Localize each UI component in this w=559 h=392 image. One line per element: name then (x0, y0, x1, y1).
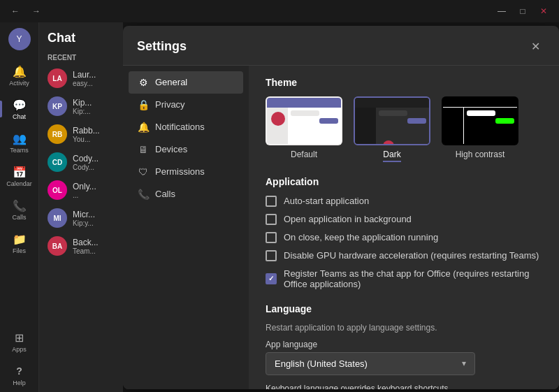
checkbox-box-disable-gpu[interactable] (266, 250, 277, 261)
application-section: Auto-start application Open application … (266, 196, 542, 289)
contact-info: Kip... Kip:... (73, 98, 123, 115)
settings-nav-general[interactable]: ⚙ General (129, 71, 243, 94)
maximize-button[interactable]: □ (513, 3, 532, 20)
contact-info: Micr... Kip:y... (73, 210, 123, 227)
help-label: Help (13, 379, 26, 386)
avatar: CD (48, 152, 67, 172)
settings-modal: Settings ✕ ⚙ General 🔒 Privac (123, 26, 559, 389)
apps-label: Apps (12, 346, 27, 353)
avatar: MI (48, 208, 67, 228)
sidebar-item-help[interactable]: ? Help (0, 358, 38, 392)
main-layout: Y 🔔 Activity 💬 Chat 👥 Teams 📅 Calendar 📞… (0, 22, 559, 392)
minimize-button[interactable]: — (492, 3, 511, 20)
application-section-title: Application (266, 176, 542, 187)
list-item[interactable]: KP Kip... Kip:... (39, 92, 123, 120)
list-item[interactable]: LA Laur... easy... (39, 64, 123, 92)
checkbox-register-teams[interactable]: Register Teams as the chat app for Offic… (266, 268, 542, 289)
files-label: Files (13, 247, 26, 254)
teams-label: Teams (10, 147, 29, 154)
activity-label: Activity (9, 80, 29, 87)
calendar-icon: 📅 (13, 165, 27, 179)
list-item[interactable]: OL Only... ... (39, 176, 123, 204)
user-avatar[interactable]: Y (8, 28, 31, 50)
list-item[interactable]: RB Rabb... You... (39, 120, 123, 148)
contact-info: Cody... Cody... (73, 154, 123, 171)
sidebar-item-calendar[interactable]: 📅 Calendar (0, 159, 38, 193)
chat-icon: 💬 (13, 98, 27, 112)
theme-preview-default (266, 96, 342, 145)
theme-label-dark: Dark (383, 150, 400, 162)
settings-content: Theme (249, 66, 559, 389)
checkbox-label-autostart: Auto-start application (284, 196, 369, 206)
calls-icon: 📞 (13, 198, 27, 212)
files-icon: 📁 (13, 232, 27, 246)
permissions-label: Permissions (155, 166, 205, 177)
notifications-icon: 🔔 (137, 122, 150, 133)
sidebar-item-activity[interactable]: 🔔 Activity (0, 59, 38, 92)
modal-title: Settings (137, 39, 187, 54)
privacy-label: Privacy (155, 99, 185, 110)
checkbox-box-register-teams[interactable] (266, 273, 277, 284)
modal-header: Settings ✕ (123, 26, 559, 66)
avatar: RB (48, 124, 67, 144)
checkbox-box-autostart[interactable] (266, 196, 277, 207)
window-close-button[interactable]: ✕ (534, 3, 553, 20)
devices-icon: 🖥 (137, 144, 150, 155)
left-nav: Y 🔔 Activity 💬 Chat 👥 Teams 📅 Calendar 📞… (0, 22, 39, 392)
language-description: Restart application to apply language se… (266, 323, 542, 333)
help-icon: ? (13, 364, 27, 378)
theme-options: Default (266, 96, 542, 162)
contact-info: Back... Team... (73, 238, 123, 255)
settings-nav-permissions[interactable]: 🛡 Permissions (129, 161, 243, 183)
checkbox-keep-running[interactable]: On close, keep the application running (266, 232, 542, 243)
main-content: 📞 🎥 ⋯ ⤢ wden now sToo at DT → Settin (123, 22, 559, 392)
sidebar-item-calls[interactable]: 📞 Calls (0, 193, 38, 226)
checkbox-disable-gpu[interactable]: Disable GPU hardware acceleration (requi… (266, 250, 542, 261)
sidebar-item-teams[interactable]: 👥 Teams (0, 126, 38, 159)
checkbox-open-bg[interactable]: Open application in background (266, 214, 542, 225)
app-language-label: App language (266, 340, 542, 349)
back-button[interactable]: ← (6, 3, 25, 20)
theme-option-high-contrast[interactable]: High contrast (442, 96, 518, 162)
sidebar-item-chat[interactable]: 💬 Chat (0, 92, 38, 126)
list-item[interactable]: MI Micr... Kip:y... (39, 204, 123, 232)
list-item[interactable]: CD Cody... Cody... (39, 148, 123, 176)
app-shell: ← → — □ ✕ Y 🔔 Activity 💬 Chat 👥 Teams (0, 0, 559, 392)
settings-nav-devices[interactable]: 🖥 Devices (129, 138, 243, 161)
checkbox-label-disable-gpu: Disable GPU hardware acceleration (requi… (284, 250, 539, 261)
modal-overlay: Settings ✕ ⚙ General 🔒 Privac (123, 22, 559, 392)
app-language-value: English (United States) (275, 358, 368, 369)
checkbox-box-keep-running[interactable] (266, 232, 277, 243)
calendar-label: Calendar (6, 180, 32, 187)
settings-nav-notifications[interactable]: 🔔 Notifications (129, 116, 243, 138)
sidebar-item-files[interactable]: 📁 Files (0, 226, 38, 260)
privacy-icon: 🔒 (137, 99, 150, 110)
calls-nav-icon: 📞 (137, 189, 150, 200)
general-icon: ⚙ (137, 77, 150, 88)
calls-label: Calls (12, 214, 26, 221)
theme-option-default[interactable]: Default (266, 96, 342, 162)
app-language-select[interactable]: English (United States) ▾ (266, 352, 475, 375)
language-section: Restart application to apply language se… (266, 323, 542, 389)
checkbox-label-open-bg: Open application in background (284, 214, 412, 224)
avatar: OL (48, 180, 67, 200)
sidebar-item-apps[interactable]: ⊞ Apps (0, 325, 38, 358)
language-section-title: Language (266, 303, 542, 314)
theme-option-dark[interactable]: Dark (354, 96, 430, 162)
settings-nav: ⚙ General 🔒 Privacy 🔔 Notifications (123, 66, 249, 389)
forward-button[interactable]: → (27, 3, 46, 20)
keyboard-language-label: Keyboard language overrides keyboard sho… (266, 384, 542, 389)
devices-label: Devices (155, 144, 187, 154)
avatar: KP (48, 96, 67, 116)
teams-icon: 👥 (13, 131, 27, 145)
modal-close-button[interactable]: ✕ (525, 37, 545, 57)
settings-nav-calls[interactable]: 📞 Calls (129, 183, 243, 205)
theme-preview-dark (354, 96, 430, 145)
settings-nav-privacy[interactable]: 🔒 Privacy (129, 94, 243, 116)
contact-info: Rabb... You... (73, 126, 123, 143)
checkbox-autostart[interactable]: Auto-start application (266, 196, 542, 207)
list-item[interactable]: BA Back... Team... (39, 232, 123, 260)
general-label: General (155, 77, 187, 87)
checkbox-box-open-bg[interactable] (266, 214, 277, 225)
theme-label-hc: High contrast (456, 150, 505, 159)
